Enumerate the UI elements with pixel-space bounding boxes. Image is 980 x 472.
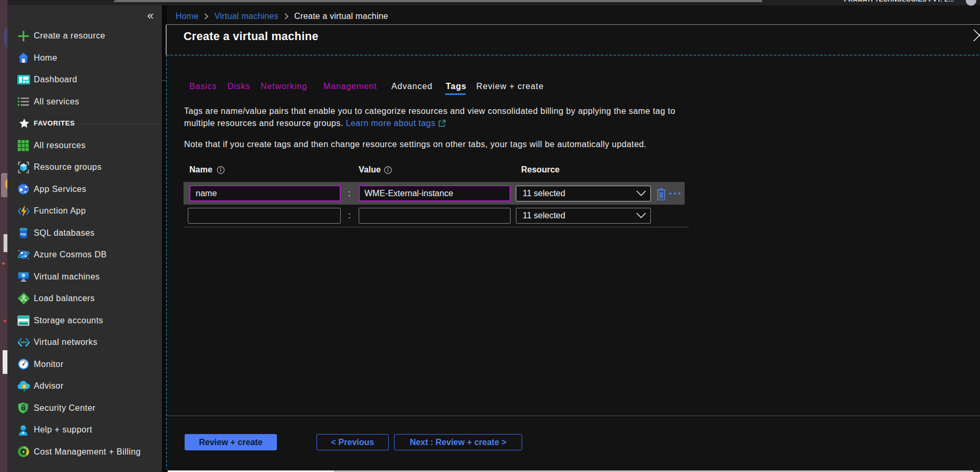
svg-text:SQL: SQL: [20, 233, 27, 236]
